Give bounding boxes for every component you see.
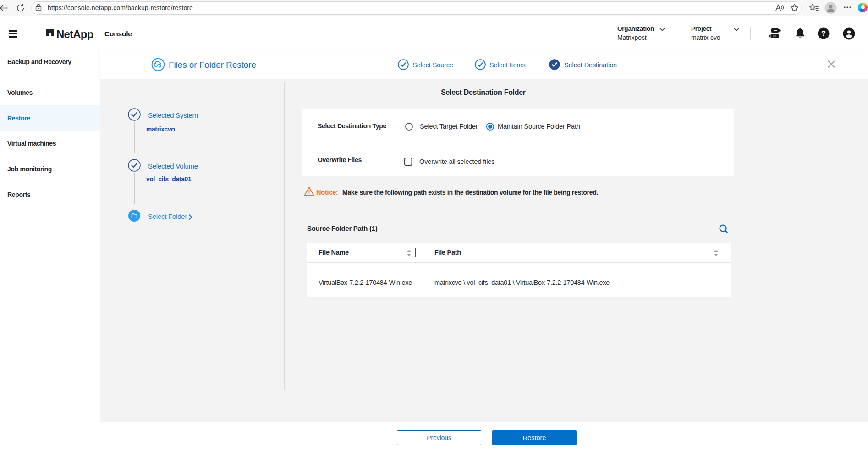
svg-text:?: ? xyxy=(821,30,826,38)
